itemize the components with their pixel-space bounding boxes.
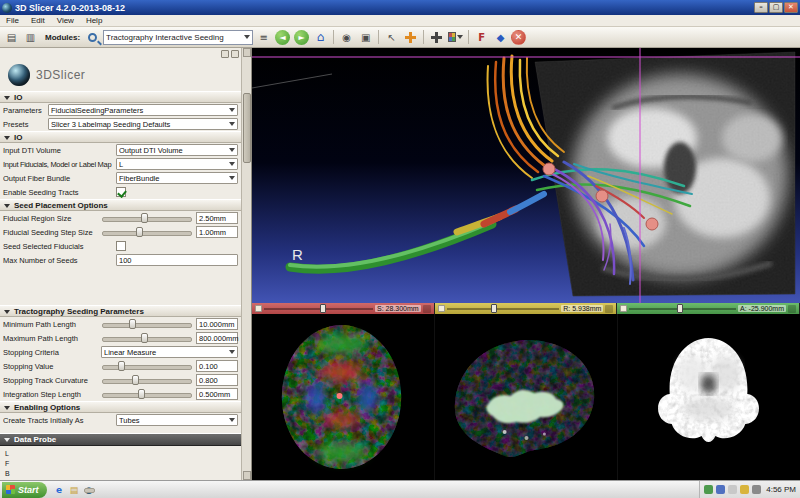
fiducial-region-size-value[interactable]: 2.50mm [196, 212, 238, 224]
probe-layer-l: L [5, 449, 241, 459]
section-io[interactable]: IO [0, 131, 241, 143]
probe-layer-f: F [5, 459, 241, 469]
slicer-logo-icon [8, 64, 30, 86]
extensions-icon[interactable]: ◆ [492, 29, 509, 46]
chevron-down-icon [229, 350, 235, 354]
red-slice-view[interactable] [252, 314, 435, 480]
minimum-path-length-slider[interactable] [101, 318, 193, 330]
main-content: 3DSlicer IO Parameters FiducialSeedingPa… [0, 48, 800, 480]
tray-icon[interactable] [752, 485, 761, 494]
pin-icon[interactable] [620, 305, 627, 312]
start-button[interactable]: Start [2, 482, 47, 498]
minimum-path-length-value[interactable]: 10.000mm [196, 318, 238, 330]
pin-icon[interactable] [255, 305, 262, 312]
section-seed-placement[interactable]: Seed Placement Options [0, 199, 241, 211]
input-fiducials-label: Input Fiducials, Model or Label Map [3, 160, 113, 169]
quick-launch: e ▤ ● [53, 483, 96, 496]
slice-menu-icon[interactable] [605, 305, 613, 313]
tray-icon[interactable] [704, 485, 713, 494]
module-forward-icon[interactable]: ► [293, 29, 310, 46]
presets-combobox[interactable]: Slicer 3 Labelmap Seeding Defaults [48, 118, 238, 130]
menu-help[interactable]: Help [80, 15, 108, 26]
module-history-icon[interactable]: ≡ [255, 29, 272, 46]
menu-edit[interactable]: Edit [25, 15, 51, 26]
minimize-button[interactable]: – [754, 2, 768, 13]
stopping-track-curvature-slider[interactable] [101, 374, 193, 386]
seed-selected-fiducials-checkbox[interactable] [116, 241, 126, 251]
panel-undock-icon[interactable] [221, 50, 229, 58]
tray-icon[interactable] [728, 485, 737, 494]
browser-quick-launch-icon[interactable]: e [53, 483, 66, 496]
scrollbar-thumb[interactable] [243, 93, 251, 163]
scroll-down-icon[interactable] [243, 471, 251, 480]
scene-view-icon[interactable]: ▣ [357, 29, 374, 46]
tray-icon[interactable] [716, 485, 725, 494]
menu-file[interactable]: File [0, 15, 25, 26]
fiducial-list-icon[interactable]: F [473, 29, 490, 46]
fiducial-seeding-step-slider[interactable] [101, 226, 193, 238]
maximum-path-length-value[interactable]: 800.000mm [196, 332, 238, 344]
fiducial-seeding-step-value[interactable]: 1.00mm [196, 226, 238, 238]
red-slice-bar: S: 28.300mm [252, 303, 435, 314]
close-scene-icon[interactable]: ✕ [511, 30, 526, 45]
save-data-icon[interactable]: ▥ [22, 29, 39, 46]
panel-scrollbar[interactable] [241, 48, 251, 480]
section-io-top[interactable]: IO [0, 91, 241, 103]
stopping-criteria-combobox[interactable]: Linear Measure [101, 346, 238, 358]
slice-menu-icon[interactable] [788, 305, 796, 313]
scroll-up-icon[interactable] [243, 48, 251, 57]
screenshot-icon[interactable]: ◉ [338, 29, 355, 46]
menu-view[interactable]: View [51, 15, 80, 26]
slice-menu-icon[interactable] [423, 305, 431, 313]
input-fiducials-combobox[interactable]: L [116, 158, 238, 170]
parameters-combobox[interactable]: FiducialSeedingParameters [48, 104, 238, 116]
yellow-slice-view[interactable] [435, 314, 618, 480]
output-fiber-bundle-label: Output Fiber Bundle [3, 174, 113, 183]
stopping-value-value[interactable]: 0.100 [196, 360, 238, 372]
max-number-of-seeds-input[interactable]: 100 [116, 254, 238, 266]
module-selector-combobox[interactable]: Tractography Interactive Seeding [103, 30, 253, 45]
module-back-icon[interactable]: ◄ [274, 29, 291, 46]
window-title: 3D Slicer 4.2.0-2013-08-12 [15, 3, 751, 13]
folder-quick-launch-icon[interactable]: ▤ [68, 483, 81, 496]
layout-selector-icon[interactable] [447, 29, 464, 46]
place-markup-icon[interactable] [402, 29, 419, 46]
create-tracts-combobox[interactable]: Tubes [116, 414, 238, 426]
module-search-icon[interactable] [84, 29, 101, 46]
enable-seeding-tracts-checkbox[interactable] [116, 187, 126, 197]
green-slice-offset-slider[interactable] [629, 304, 736, 313]
crosshair-icon[interactable] [428, 29, 445, 46]
mouse-pointer-mode-icon[interactable]: ↖ [383, 29, 400, 46]
slicer-quick-launch-icon[interactable]: ● [83, 483, 96, 496]
load-data-icon[interactable]: ▤ [3, 29, 20, 46]
threed-view[interactable]: R [252, 48, 800, 303]
input-dti-volume-combobox[interactable]: Output DTI Volume [116, 144, 238, 156]
section-tractography-parameters[interactable]: Tractography Seeding Parameters [0, 305, 241, 317]
seed-selected-fiducials-label: Seed Selected Fiducials [3, 242, 113, 251]
red-slice-offset-slider[interactable] [264, 304, 373, 313]
tray-icon[interactable] [740, 485, 749, 494]
maximize-button[interactable]: ▢ [769, 2, 783, 13]
home-icon[interactable]: ⌂ [312, 29, 329, 46]
section-data-probe[interactable]: Data Probe [0, 433, 241, 446]
panel-hide-icon[interactable] [231, 50, 239, 58]
fiducial-region-size-slider[interactable] [101, 212, 193, 224]
fiducial-dot[interactable] [337, 393, 343, 399]
stopping-track-curvature-value[interactable]: 0.800 [196, 374, 238, 386]
pin-icon[interactable] [438, 305, 445, 312]
maximum-path-length-slider[interactable] [101, 332, 193, 344]
integration-step-length-value[interactable]: 0.500mm [196, 388, 238, 400]
integration-step-length-slider[interactable] [101, 388, 193, 400]
coronal-mri-render [618, 314, 800, 480]
windows-taskbar: Start e ▤ ● 4:56 PM [0, 480, 800, 498]
output-fiber-bundle-combobox[interactable]: FiberBundle [116, 172, 238, 184]
title-bar[interactable]: 3D Slicer 4.2.0-2013-08-12 – ▢ ✕ [0, 0, 800, 15]
row-create-tracts-initially-as: Create Tracts Initially As Tubes [0, 413, 241, 427]
section-enabling-options[interactable]: Enabling Options [0, 401, 241, 413]
row-output-fiber-bundle: Output Fiber Bundle FiberBundle [0, 171, 241, 185]
close-button[interactable]: ✕ [784, 2, 798, 13]
yellow-slice-offset-slider[interactable] [447, 304, 560, 313]
green-slice-view[interactable] [618, 314, 800, 480]
green-slice-bar: A: -25.900mm [617, 303, 800, 314]
stopping-value-slider[interactable] [101, 360, 193, 372]
